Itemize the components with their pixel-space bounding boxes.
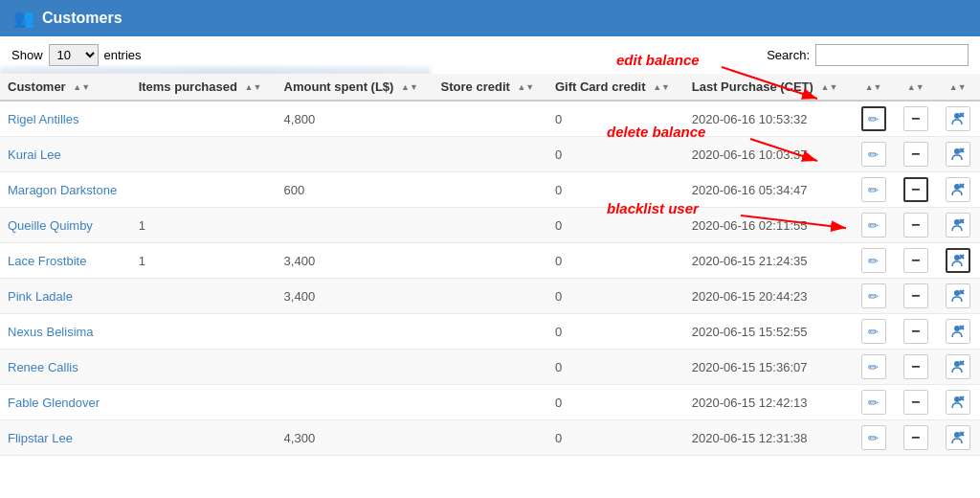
delete-balance-button[interactable]: − xyxy=(903,354,928,379)
delete-balance-button[interactable]: − xyxy=(903,142,928,167)
edit-balance-button[interactable]: ✏ xyxy=(861,283,886,308)
cell-items-purchased xyxy=(131,314,277,350)
search-input[interactable] xyxy=(815,44,969,66)
col-last-purchase[interactable]: Last Purchase (CET) ▲▼ xyxy=(684,74,854,101)
cell-customer-name: Lace Frostbite xyxy=(0,243,131,279)
blacklist-user-button[interactable] xyxy=(946,425,970,450)
cell-delete-action: − xyxy=(896,314,938,350)
delete-balance-button[interactable]: − xyxy=(903,283,928,308)
cell-last-purchase: 2020-06-15 21:24:35 xyxy=(684,243,854,279)
cell-delete-action: − xyxy=(896,279,938,314)
blacklist-user-button[interactable] xyxy=(946,106,970,131)
blacklist-user-button[interactable] xyxy=(946,354,970,379)
cell-edit-action: ✏ xyxy=(854,172,896,208)
cell-items-purchased: 1 xyxy=(131,208,277,243)
table-row: Fable Glendover02020-06-15 12:42:13✏− xyxy=(0,385,980,420)
cell-customer-name: Queille Quimby xyxy=(0,208,131,243)
col-delete-action: ▲▼ xyxy=(896,74,938,101)
blacklist-user-button[interactable] xyxy=(946,283,970,308)
cell-amount-spent xyxy=(277,385,434,420)
edit-balance-button[interactable]: ✏ xyxy=(861,213,886,238)
edit-balance-button[interactable]: ✏ xyxy=(861,106,886,131)
cell-last-purchase: 2020-06-15 15:52:55 xyxy=(684,314,854,350)
cell-edit-action: ✏ xyxy=(854,314,896,350)
cell-last-purchase: 2020-06-15 20:44:23 xyxy=(684,279,854,314)
blacklist-user-button[interactable] xyxy=(946,177,970,202)
cell-customer-name: Pink Ladale xyxy=(0,279,131,314)
delete-balance-button[interactable]: − xyxy=(903,213,928,238)
cell-gift-card: 0 xyxy=(547,420,684,456)
app-title: Customers xyxy=(42,10,122,27)
cell-customer-name: Nexus Belisima xyxy=(0,314,131,350)
cell-customer-name: Kurai Lee xyxy=(0,137,131,172)
edit-balance-button[interactable]: ✏ xyxy=(861,319,886,344)
cell-store-credit xyxy=(434,172,547,208)
blacklist-user-button[interactable] xyxy=(946,248,970,273)
col-blacklist-action: ▲▼ xyxy=(938,74,980,101)
cell-store-credit xyxy=(434,208,547,243)
col-items-purchased[interactable]: Items purchased ▲▼ xyxy=(131,74,277,101)
edit-balance-button[interactable]: ✏ xyxy=(861,142,886,167)
delete-balance-button[interactable]: − xyxy=(903,390,928,415)
cell-delete-action: − xyxy=(896,137,938,172)
sort-icon-amount: ▲▼ xyxy=(401,83,418,92)
cell-store-credit xyxy=(434,314,547,350)
controls-bar: Show 10 25 50 100 entries edit balance xyxy=(0,36,980,74)
cell-blacklist-action xyxy=(938,279,980,314)
table-header-row: Customer ▲▼ Items purchased ▲▼ Amount sp… xyxy=(0,74,980,101)
cell-last-purchase: 2020-06-16 02:11:55 xyxy=(684,208,854,243)
delete-balance-button[interactable]: − xyxy=(903,319,928,344)
edit-balance-button[interactable]: ✏ xyxy=(861,425,886,450)
edit-balance-button[interactable]: ✏ xyxy=(861,177,886,202)
svg-point-16 xyxy=(954,219,960,225)
cell-gift-card: 0 xyxy=(547,101,684,137)
table-row: Nexus Belisima02020-06-15 15:52:55✏− xyxy=(0,314,980,350)
edit-balance-button[interactable]: ✏ xyxy=(861,248,886,273)
blacklist-user-button[interactable] xyxy=(946,213,970,238)
cell-blacklist-action xyxy=(938,350,980,385)
cell-store-credit xyxy=(434,279,547,314)
cell-edit-action: ✏ xyxy=(854,279,896,314)
cell-customer-name: Flipstar Lee xyxy=(0,420,131,456)
sort-icon-store: ▲▼ xyxy=(517,83,534,92)
table-row: Flipstar Lee4,30002020-06-15 12:31:38✏− xyxy=(0,420,980,456)
table-row: Kurai Lee02020-06-16 10:03:37✏− xyxy=(0,137,980,172)
show-label: Show xyxy=(11,48,43,62)
sort-icon-items: ▲▼ xyxy=(245,83,262,92)
cell-delete-action: − xyxy=(896,101,938,137)
customers-table-wrapper: Customer ▲▼ Items purchased ▲▼ Amount sp… xyxy=(0,74,980,456)
cell-delete-action: − xyxy=(896,350,938,385)
blacklist-user-button[interactable] xyxy=(946,390,970,415)
cell-items-purchased: 1 xyxy=(131,243,277,279)
edit-balance-button[interactable]: ✏ xyxy=(861,390,886,415)
cell-amount-spent: 4,800 xyxy=(277,101,434,137)
blacklist-user-button[interactable] xyxy=(946,319,970,344)
cell-edit-action: ✏ xyxy=(854,137,896,172)
delete-balance-button[interactable]: − xyxy=(903,248,928,273)
cell-amount-spent: 3,400 xyxy=(277,279,434,314)
col-gift-card[interactable]: Gift Card credit ▲▼ xyxy=(547,74,684,101)
cell-edit-action: ✏ xyxy=(854,385,896,420)
edit-balance-button[interactable]: ✏ xyxy=(861,354,886,379)
blacklist-user-button[interactable] xyxy=(946,142,970,167)
col-edit-action: ▲▼ xyxy=(854,74,896,101)
cell-gift-card: 0 xyxy=(547,350,684,385)
cell-customer-name: Fable Glendover xyxy=(0,385,131,420)
cell-items-purchased xyxy=(131,101,277,137)
cell-blacklist-action xyxy=(938,101,980,137)
entries-select[interactable]: 10 25 50 100 xyxy=(49,44,99,66)
cell-last-purchase: 2020-06-15 15:36:07 xyxy=(684,350,854,385)
sort-icon-last: ▲▼ xyxy=(821,83,838,92)
cell-amount-spent xyxy=(277,350,434,385)
delete-balance-button[interactable]: − xyxy=(903,425,928,450)
delete-balance-button[interactable]: − xyxy=(903,177,928,202)
cell-customer-name: Rigel Antilles xyxy=(0,101,131,137)
col-amount-spent[interactable]: Amount spent (L$) ▲▼ xyxy=(277,74,434,101)
cell-amount-spent xyxy=(277,137,434,172)
cell-blacklist-action xyxy=(938,208,980,243)
cell-edit-action: ✏ xyxy=(854,350,896,385)
delete-balance-button[interactable]: − xyxy=(903,106,928,131)
col-customer[interactable]: Customer ▲▼ xyxy=(0,74,131,101)
col-store-credit[interactable]: Store credit ▲▼ xyxy=(434,74,547,101)
cell-gift-card: 0 xyxy=(547,385,684,420)
